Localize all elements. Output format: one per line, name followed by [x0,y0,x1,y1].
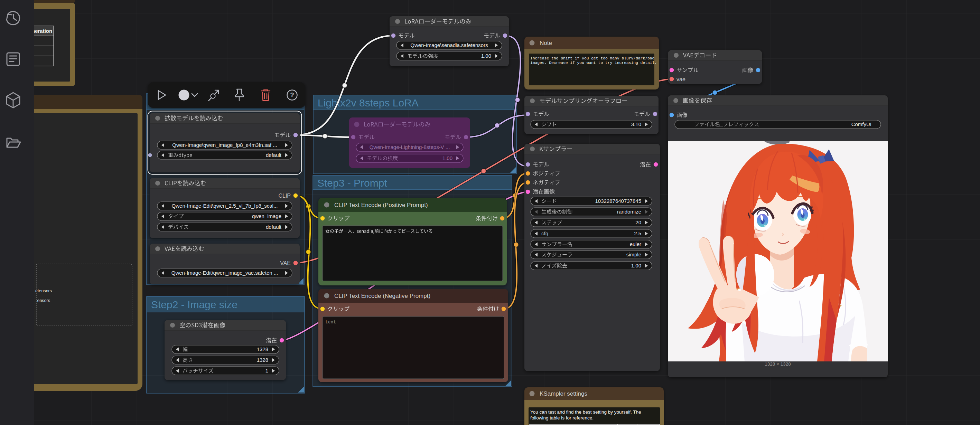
svg-text:CLIP: CLIP [278,193,291,199]
svg-text:Qwen-Image-Edit\qwen_image_vae: Qwen-Image-Edit\qwen_image_vae.safeten .… [172,270,278,276]
svg-text:1.00: 1.00 [631,263,641,268]
svg-text:?: ? [290,91,294,98]
svg-text:VAE: VAE [280,260,291,266]
svg-text:Step2 - Image size: Step2 - Image size [151,299,237,310]
svg-text:Qwen-Image\qwen_image_fp8_e4m3: Qwen-Image\qwen_image_fp8_e4m3fn.saf ... [172,142,277,148]
svg-text:simple: simple [626,252,641,257]
svg-text:euler: euler [630,241,641,247]
svg-text:1328 × 1328: 1328 × 1328 [765,362,791,366]
svg-text:1328: 1328 [257,346,268,352]
svg-text:ensors: ensors [37,298,50,303]
svg-text:Note: Note [539,40,552,46]
svg-text:Lightx2v 8steps LoRA: Lightx2v 8steps LoRA [318,97,418,108]
svg-text:default: default [266,152,282,158]
svg-text:Increase the shift if you get: Increase the shift if you get too many b… [530,56,654,60]
svg-text:20: 20 [635,219,641,225]
svg-text:1: 1 [266,368,268,374]
svg-text:Qwen-Image-Lightning-8steps-V: Qwen-Image-Lightning-8steps-V ... [369,144,450,150]
svg-text:KSampler settings: KSampler settings [539,390,587,397]
svg-text:3.10: 3.10 [631,121,641,127]
svg-text:2.5: 2.5 [634,230,641,236]
svg-text:images. Decrease if you want t: images. Decrease if you want to try incr… [530,61,657,65]
svg-text:CLIP Text Encode (Positive Pro: CLIP Text Encode (Positive Prompt) [334,202,428,208]
svg-text:Qwen-Image\senadia.safetensors: Qwen-Image\senadia.safetensors [410,42,488,48]
svg-text:neration: neration [32,28,52,34]
svg-text:1032287640737845: 1032287640737845 [595,198,641,204]
svg-text:cfg: cfg [541,230,548,236]
svg-text:CLIP Text Encode (Negative Pro: CLIP Text Encode (Negative Prompt) [334,293,430,299]
svg-text:etensors: etensors [35,289,52,293]
svg-text:randomize: randomize [617,209,641,214]
svg-text:Qwen-Image-Edit\qwen_2.5_vl_7b: Qwen-Image-Edit\qwen_2.5_vl_7b_fp8_scal.… [172,203,278,209]
svg-text:text: text [325,320,336,325]
svg-text:1328: 1328 [257,357,268,363]
svg-text:qwen_image: qwen_image [252,213,282,219]
svg-text:default: default [266,224,282,230]
svg-text:ComfyUI: ComfyUI [851,121,872,127]
svg-text:Step3 - Prompt: Step3 - Prompt [317,177,387,189]
svg-text:following table is for referen: following table is for reference. [530,415,593,420]
svg-text:1.00: 1.00 [481,53,491,59]
svg-text:You can test and find the best: You can test and find the best setting b… [530,409,641,415]
svg-text:vae: vae [676,76,686,82]
svg-text:1.00: 1.00 [442,155,452,161]
